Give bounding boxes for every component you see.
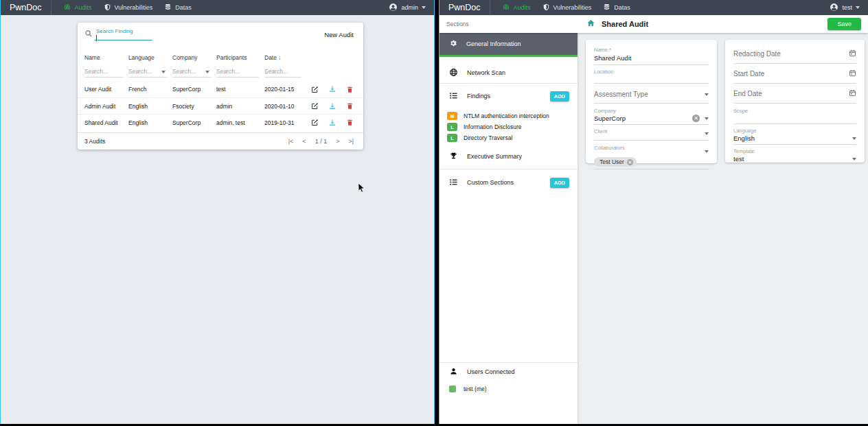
page-last-button[interactable]: >| xyxy=(348,138,354,145)
pagination: |< < 1 / 1 > >| xyxy=(288,138,354,145)
location-field[interactable]: Location xyxy=(594,69,709,84)
language-select[interactable]: Language English xyxy=(733,128,856,145)
sidebar-item-executive-summary[interactable]: Executive Summary xyxy=(439,145,578,167)
table-row[interactable]: Shared Audit English SuperCorp admin, te… xyxy=(78,114,363,130)
cell-participants: test xyxy=(216,86,264,93)
template-select[interactable]: Template test xyxy=(733,148,856,165)
severity-badge: L xyxy=(447,123,457,131)
sidebar-item-network-scan[interactable]: Network Scan xyxy=(439,60,578,85)
divider xyxy=(439,169,578,169)
finding-item[interactable]: M NTLM authentication interception xyxy=(439,110,578,121)
col-participants[interactable]: Participants xyxy=(216,54,264,61)
table-row[interactable]: Admin Audit English Fsociety admin 2020-… xyxy=(78,97,363,114)
collaborator-chip[interactable]: Test User ✕ xyxy=(594,157,637,167)
start-date-field[interactable]: Start Date xyxy=(733,69,856,84)
audits-card: Search Finding New Audit Name Language C… xyxy=(78,23,363,150)
assessment-type-select[interactable]: Assessment Type xyxy=(594,91,709,104)
filter-date-input[interactable]: Search... xyxy=(264,67,301,78)
cell-company: Fsociety xyxy=(172,103,216,110)
remove-chip-icon[interactable]: ✕ xyxy=(627,159,633,165)
filter-language-select[interactable]: Search... xyxy=(128,67,167,78)
cell-date: 2019-10-31 xyxy=(264,119,307,126)
delete-icon[interactable] xyxy=(346,86,354,93)
page-first-button[interactable]: |< xyxy=(288,138,294,145)
edit-icon[interactable] xyxy=(311,86,319,93)
table-row[interactable]: User Audit French SuperCorp test 2020-01… xyxy=(78,81,363,97)
filter-name-input[interactable]: Search... xyxy=(84,67,123,78)
connected-user: test (me) xyxy=(439,381,578,397)
redacting-date-field[interactable]: Redacting Date xyxy=(733,49,856,64)
col-company[interactable]: Company xyxy=(172,54,216,61)
finding-item[interactable]: L Directory Traversal xyxy=(439,132,578,143)
scope-field[interactable]: Scope xyxy=(733,108,856,124)
company-field[interactable]: Company SuperCorp ✕ xyxy=(594,108,709,125)
calendar-icon[interactable] xyxy=(849,69,856,78)
nav-vulnerabilities[interactable]: Vulnerabilities xyxy=(104,3,153,12)
window-audit-edit: PwnDoc Audits Vulnerabilities Datas test xyxy=(439,0,868,424)
location-label: Location xyxy=(594,69,709,75)
client-label: Client xyxy=(594,128,705,134)
home-icon[interactable] xyxy=(586,18,595,30)
sidebar-item-findings[interactable]: Findings ADD xyxy=(439,84,578,108)
filter-participants-input[interactable]: Search... xyxy=(216,67,259,78)
edit-icon[interactable] xyxy=(311,102,319,110)
user-menu[interactable]: test xyxy=(830,3,868,13)
edit-icon[interactable] xyxy=(311,119,319,126)
sidebar-item-general-information[interactable]: General Information xyxy=(439,32,578,56)
findings-list: M NTLM authentication interception L Inf… xyxy=(439,110,578,143)
shield-icon xyxy=(104,3,111,12)
redacting-date-label: Redacting Date xyxy=(733,50,849,58)
nav-audits[interactable]: Audits xyxy=(502,3,531,12)
nav-datas-label: Datas xyxy=(614,4,630,11)
page-prev-button[interactable]: < xyxy=(302,138,306,145)
sidebar-item-custom-sections[interactable]: Custom Sections ADD xyxy=(439,170,578,195)
save-button[interactable]: Save xyxy=(827,18,861,30)
client-select[interactable]: Client xyxy=(594,128,709,141)
new-audit-button[interactable]: New Audit xyxy=(324,31,354,38)
add-finding-button[interactable]: ADD xyxy=(550,91,569,102)
chevron-down-icon xyxy=(705,150,709,153)
app-logo[interactable]: PwnDoc xyxy=(439,0,490,15)
chevron-down-icon xyxy=(705,132,709,135)
page-next-button[interactable]: > xyxy=(336,138,339,145)
nav-audits[interactable]: Audits xyxy=(63,3,92,12)
col-language[interactable]: Language xyxy=(128,54,172,61)
nav-vulnerabilities[interactable]: Vulnerabilities xyxy=(542,3,592,12)
name-field[interactable]: Name * Shared Audit xyxy=(594,47,709,65)
end-date-field[interactable]: End Date xyxy=(733,89,856,104)
template-label: Template xyxy=(733,148,856,154)
start-date-label: Start Date xyxy=(733,70,849,78)
search-finding-label: Search Finding xyxy=(96,28,133,34)
audit-dates-card: Redacting Date Start Date End Date Scope… xyxy=(725,40,865,163)
scope-label: Scope xyxy=(733,108,856,114)
finding-item[interactable]: L Information Disclosure xyxy=(439,121,578,132)
cell-company: SuperCorp xyxy=(172,119,216,126)
nav-datas[interactable]: Datas xyxy=(603,3,630,12)
col-name[interactable]: Name xyxy=(84,54,128,61)
search-icon xyxy=(84,28,93,40)
download-icon[interactable] xyxy=(328,119,336,127)
col-date[interactable]: Date ↓ xyxy=(264,54,307,61)
cell-participants: admin xyxy=(216,103,264,110)
delete-icon[interactable] xyxy=(346,119,354,126)
clear-icon[interactable]: ✕ xyxy=(692,115,700,122)
screenshot-stage: PwnDoc Audits Vulnerabilities Datas admi… xyxy=(0,0,868,426)
user-menu[interactable]: admin xyxy=(389,3,434,13)
template-value: test xyxy=(733,155,852,163)
collaborators-select[interactable]: Collaborators Test User ✕ xyxy=(594,145,709,169)
nav-vulnerabilities-label: Vulnerabilities xyxy=(553,4,592,11)
active-section-underline xyxy=(439,55,578,57)
calendar-icon[interactable] xyxy=(849,89,856,98)
delete-icon[interactable] xyxy=(346,102,354,110)
sections-sidebar: General Information Network Scan Finding… xyxy=(439,33,578,424)
table-filter-row: Search... Search... Search... Search... … xyxy=(78,63,363,81)
nav-datas[interactable]: Datas xyxy=(164,3,192,12)
add-section-button[interactable]: ADD xyxy=(550,178,569,188)
cell-company: SuperCorp xyxy=(172,86,216,93)
download-icon[interactable] xyxy=(328,85,336,93)
calendar-icon[interactable] xyxy=(849,49,856,58)
table-footer: 3 Audits |< < 1 / 1 > >| xyxy=(78,132,363,150)
filter-company-select[interactable]: Search... xyxy=(172,67,211,78)
app-logo[interactable]: PwnDoc xyxy=(1,0,52,15)
download-icon[interactable] xyxy=(328,102,336,110)
